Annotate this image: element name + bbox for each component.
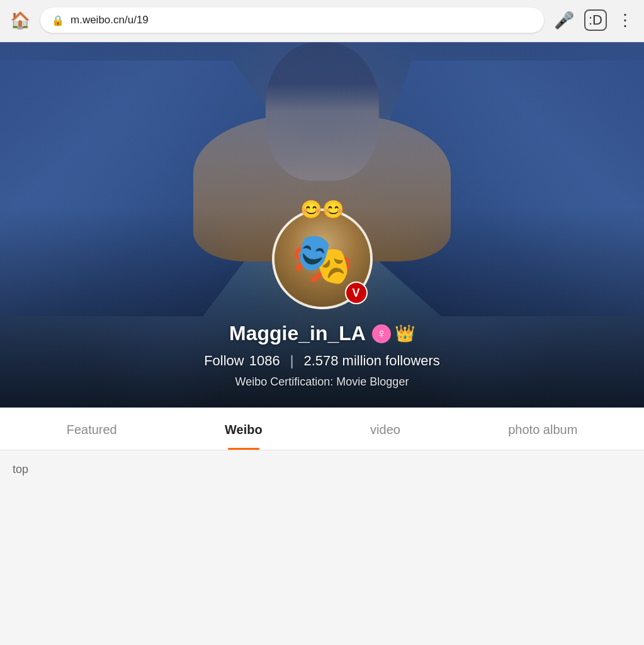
stats-divider: | [290, 353, 294, 369]
browser-chrome: 🏠 🔒 m.weibo.cn/u/19 🎤 :D ⋮ [0, 0, 644, 42]
follow-stat[interactable]: Follow 1086 [204, 353, 280, 369]
tab-photo-album[interactable]: photo album [495, 408, 590, 450]
verified-badge: V [345, 282, 368, 304]
lock-icon: 🔒 [52, 14, 64, 26]
url-text: m.weibo.cn/u/19 [71, 14, 533, 26]
stats-row: Follow 1086 | 2.578 million followers [204, 353, 440, 369]
avatar-wrapper: 😊😊 🎭 V [272, 208, 373, 309]
avatar-emoji-above: 😊😊 [300, 199, 344, 220]
username: Maggie_in_LA [229, 322, 366, 345]
emoji-browser-button[interactable]: :D [584, 9, 607, 31]
head-silhouette [266, 42, 379, 181]
followers-count: 2.578 million followers [303, 353, 439, 369]
top-label: top [13, 463, 28, 476]
gender-icon: ♀ [372, 324, 391, 343]
tab-video[interactable]: video [358, 408, 413, 450]
follow-label: Follow [204, 353, 244, 369]
tab-weibo[interactable]: Weibo [212, 408, 275, 450]
crown-icon: 👑 [395, 324, 415, 343]
tabs-container: Featured Weibo video photo album [0, 408, 644, 450]
profile-hero: 😊😊 🎭 V Maggie_in_LA ♀ 👑 Follow 1086 [0, 42, 644, 408]
profile-content: 😊😊 🎭 V Maggie_in_LA ♀ 👑 Follow 1086 [0, 208, 644, 408]
address-bar[interactable]: 🔒 m.weibo.cn/u/19 [40, 8, 544, 33]
microphone-button[interactable]: 🎤 [554, 11, 574, 30]
tab-featured[interactable]: Featured [54, 408, 130, 450]
username-icons: ♀ 👑 [372, 324, 415, 343]
follow-count: 1086 [249, 353, 280, 369]
home-button[interactable]: 🏠 [10, 11, 30, 30]
certification-text: Weibo Certification: Movie Blogger [235, 375, 409, 389]
content-area: top [0, 450, 644, 576]
more-button[interactable]: ⋮ [617, 11, 634, 30]
username-row: Maggie_in_LA ♀ 👑 [229, 322, 415, 345]
